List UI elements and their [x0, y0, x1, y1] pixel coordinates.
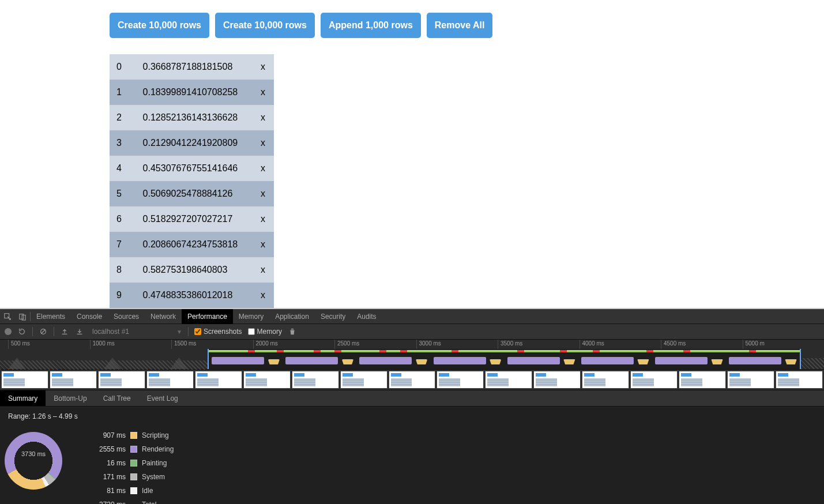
performance-toolbar: localhost #1 ▼ Screenshots Memory — [0, 324, 824, 340]
row-value: 0.4748835386012018 — [136, 283, 251, 308]
row-delete-button[interactable]: x — [251, 130, 274, 156]
row-value: 0.5182927207027217 — [136, 206, 251, 232]
upload-icon[interactable] — [60, 327, 69, 336]
table-row[interactable]: 00.3668787188181508x — [110, 54, 274, 80]
screenshot-thumb[interactable] — [630, 371, 678, 389]
screenshot-thumb[interactable] — [195, 371, 242, 389]
row-index: 5 — [110, 181, 136, 206]
long-frame-marker — [683, 350, 690, 352]
create-10k-button-2[interactable]: Create 10,000 rows — [215, 13, 315, 38]
summary-tab-call-tree[interactable]: Call Tree — [95, 390, 139, 406]
table-row[interactable]: 50.5069025478884126x — [110, 181, 274, 206]
data-table: 00.3668787188181508x10.18399891410708258… — [110, 54, 274, 308]
row-delete-button[interactable]: x — [251, 257, 274, 283]
row-delete-button[interactable]: x — [251, 156, 274, 181]
summary-donut-center-label: 3730 ms — [5, 450, 62, 457]
legend-label: Painting — [142, 459, 167, 467]
chevron-down-icon: ▼ — [176, 329, 182, 335]
screenshot-thumb[interactable] — [727, 371, 774, 389]
summary-tab-summary[interactable]: Summary — [0, 390, 46, 406]
table-row[interactable]: 40.45307676755141646x — [110, 156, 274, 181]
devtools-tab-performance[interactable]: Performance — [182, 309, 233, 324]
remove-all-button[interactable]: Remove All — [427, 13, 493, 38]
screenshot-thumb[interactable] — [98, 371, 145, 389]
screenshots-strip[interactable] — [0, 370, 824, 390]
devtools-tab-network[interactable]: Network — [145, 309, 182, 324]
row-index: 4 — [110, 156, 136, 181]
row-delete-button[interactable]: x — [251, 232, 274, 257]
timeline-overview[interactable]: 500 ms1000 ms1500 ms2000 ms2500 ms3000 m… — [0, 340, 824, 370]
clear-icon[interactable] — [39, 327, 48, 336]
reload-record-icon[interactable] — [17, 327, 27, 336]
row-delete-button[interactable]: x — [251, 283, 274, 308]
separator — [32, 327, 33, 336]
screenshot-thumb[interactable] — [485, 371, 532, 389]
legend-swatch-icon — [130, 446, 137, 453]
long-frame-marker — [248, 350, 255, 352]
devtools-tab-elements[interactable]: Elements — [31, 309, 71, 324]
screenshot-thumb[interactable] — [146, 371, 194, 389]
inspect-icon[interactable] — [0, 309, 15, 324]
row-delete-button[interactable]: x — [251, 181, 274, 206]
legend-ms: 2555 ms — [91, 445, 126, 453]
summary-tab-event-log[interactable]: Event Log — [139, 390, 186, 406]
long-frame-marker — [517, 350, 524, 352]
timeline-main[interactable] — [0, 349, 824, 369]
legend-row-idle: 81 msIdle — [91, 484, 174, 498]
table-row[interactable]: 10.18399891410708258x — [110, 80, 274, 105]
row-value: 0.12852136143136628 — [136, 105, 251, 130]
long-frame-marker — [277, 350, 284, 352]
screenshots-checkbox-label: Screenshots — [204, 328, 242, 336]
timeline-tick: 3000 ms — [416, 340, 498, 349]
table-row[interactable]: 60.5182927207027217x — [110, 206, 274, 232]
screenshot-thumb[interactable] — [243, 371, 291, 389]
screenshot-thumb[interactable] — [776, 371, 823, 389]
screenshots-checkbox-input[interactable] — [194, 328, 201, 335]
screenshot-thumb[interactable] — [50, 371, 97, 389]
timeline-selection[interactable] — [208, 349, 801, 369]
screenshot-thumb[interactable] — [582, 371, 629, 389]
screenshots-checkbox[interactable]: Screenshots — [194, 328, 242, 336]
devtools-tab-security[interactable]: Security — [315, 309, 351, 324]
row-delete-button[interactable]: x — [251, 80, 274, 105]
devtools-tab-sources[interactable]: Sources — [108, 309, 145, 324]
record-button-icon[interactable] — [5, 328, 12, 335]
profile-select[interactable]: localhost #1 — [90, 326, 171, 337]
row-delete-button[interactable]: x — [251, 54, 274, 80]
row-index: 0 — [110, 54, 136, 80]
table-row[interactable]: 20.12852136143136628x — [110, 105, 274, 130]
trash-icon[interactable] — [288, 327, 297, 336]
table-row[interactable]: 30.21290412241920809x — [110, 130, 274, 156]
row-delete-button[interactable]: x — [251, 206, 274, 232]
devtools-tab-audits[interactable]: Audits — [351, 309, 382, 324]
table-row[interactable]: 90.4748835386012018x — [110, 283, 274, 308]
row-value: 0.582753198640803 — [136, 257, 251, 283]
table-row[interactable]: 70.20860674234753818x — [110, 232, 274, 257]
row-value: 0.20860674234753818 — [136, 232, 251, 257]
screenshot-thumb[interactable] — [437, 371, 484, 389]
summary-panel: Range: 1.26 s – 4.99 s 3730 ms 907 msScr… — [0, 407, 824, 504]
benchmark-app: Create 10,000 rows Create 10,000 rows Ap… — [0, 0, 824, 308]
long-frame-marker — [593, 350, 600, 352]
devtools-tab-console[interactable]: Console — [71, 309, 108, 324]
summary-tab-bottom-up[interactable]: Bottom-Up — [46, 390, 95, 406]
memory-checkbox[interactable]: Memory — [248, 328, 282, 336]
download-icon[interactable] — [75, 327, 84, 336]
devtools-tab-bar: ElementsConsoleSourcesNetworkPerformance… — [0, 309, 824, 324]
screenshot-thumb[interactable] — [533, 371, 581, 389]
device-toggle-icon[interactable] — [15, 309, 30, 324]
create-10k-button-1[interactable]: Create 10,000 rows — [110, 13, 209, 38]
append-1k-button[interactable]: Append 1,000 rows — [321, 13, 421, 38]
timeline-tick: 4000 ms — [580, 340, 661, 349]
screenshot-thumb[interactable] — [679, 371, 726, 389]
memory-checkbox-input[interactable] — [248, 328, 255, 335]
devtools-tab-application[interactable]: Application — [269, 309, 315, 324]
row-delete-button[interactable]: x — [251, 105, 274, 130]
screenshot-thumb[interactable] — [340, 371, 387, 389]
legend-ms: 171 ms — [91, 473, 126, 481]
table-row[interactable]: 80.582753198640803x — [110, 257, 274, 283]
screenshot-thumb[interactable] — [389, 371, 436, 389]
screenshot-thumb[interactable] — [1, 371, 48, 389]
devtools-tab-memory[interactable]: Memory — [233, 309, 269, 324]
screenshot-thumb[interactable] — [292, 371, 339, 389]
